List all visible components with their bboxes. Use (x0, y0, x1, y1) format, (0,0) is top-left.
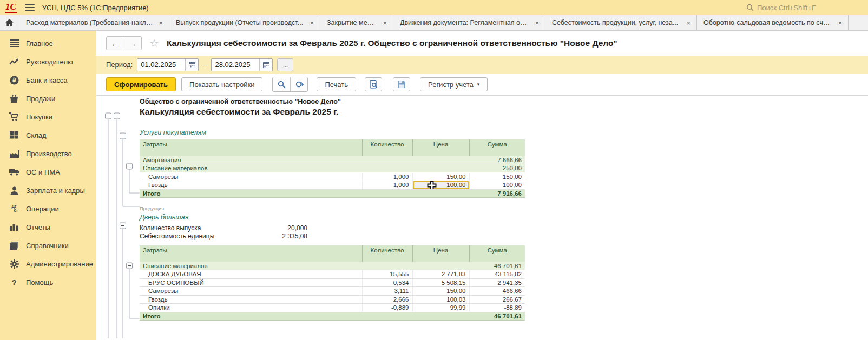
column-header[interactable]: Затраты (140, 139, 362, 156)
period-label: Период: (106, 61, 133, 69)
sidebar: Главное Руководителю ₽ Банк и касса Прод… (0, 31, 96, 340)
selected-cell[interactable]: 100,00 (412, 181, 469, 190)
register-dropdown[interactable]: Регистр учета ▾ (420, 77, 488, 91)
sidebar-item-spravochniki[interactable]: Справочники (0, 236, 96, 255)
dtkt-icon: ДтКт (9, 203, 19, 214)
column-header[interactable]: Количество (362, 139, 412, 156)
person-icon (9, 185, 19, 196)
tab-bar: Расход материалов (Требования-накла... ×… (0, 15, 868, 31)
period-from-field (137, 58, 199, 71)
global-search-input[interactable] (757, 4, 854, 12)
print-button[interactable]: Печать (317, 77, 356, 91)
tab-sebestoimost[interactable]: Себестоимость продукции, услуг, неза... … (545, 15, 697, 30)
sidebar-item-prodazhi[interactable]: Продажи (0, 89, 96, 108)
gear-icon (9, 258, 19, 269)
global-search[interactable] (746, 4, 863, 12)
main-menu-icon[interactable] (25, 4, 35, 11)
close-icon[interactable]: × (836, 19, 844, 27)
collapse-group-icon[interactable] (127, 163, 133, 169)
sidebar-item-pokupki[interactable]: Покупки (0, 108, 96, 126)
info-row: Количество выпуска 20,000 (140, 224, 307, 232)
table-total-row: Итого 46 701,61 (140, 312, 525, 321)
calendar-icon[interactable] (259, 59, 272, 71)
column-header[interactable]: Цена (412, 139, 469, 156)
sidebar-item-glavnoe[interactable]: Главное (0, 34, 96, 52)
tab-rashod-materialov[interactable]: Расход материалов (Требования-накла... × (19, 15, 169, 30)
section-name-product[interactable]: Дверь большая (140, 214, 573, 221)
books-icon (9, 240, 19, 251)
sidebar-item-administrirovanie[interactable]: Администрирование (0, 255, 96, 273)
sidebar-item-proizvodstvo[interactable]: Производство (0, 144, 96, 163)
collapse-group-icon[interactable] (120, 223, 126, 229)
info-row: Себестоимость единицы 2 335,08 (140, 232, 307, 241)
app-title: УСН, НДС 5% (1С:Предприятие) (42, 4, 149, 12)
chevron-down-icon: ▾ (477, 82, 480, 87)
period-from-input[interactable] (137, 59, 185, 71)
print-preview-button[interactable] (365, 77, 382, 91)
table-header-row: Затраты Количество Цена Сумма (140, 139, 525, 156)
forward-button[interactable]: → (124, 37, 141, 50)
find-button[interactable] (273, 77, 290, 91)
cell-cursor-icon (427, 181, 437, 190)
collapse-group-icon[interactable] (114, 113, 120, 119)
search-icon (278, 81, 286, 89)
factory-icon (9, 148, 19, 159)
trend-chart-icon (9, 56, 19, 67)
table-row: Гвоздь 2,666 100,03 266,67 (140, 295, 525, 304)
sidebar-item-otchety[interactable]: Отчеты (0, 218, 96, 236)
menu-lines-icon (9, 38, 19, 49)
column-header[interactable]: Сумма (469, 139, 525, 156)
sidebar-item-bank-i-kassa[interactable]: ₽ Банк и касса (0, 71, 96, 89)
report-area: Общество с ограниченной ответственностью… (96, 96, 868, 338)
collapse-group-icon[interactable] (127, 263, 133, 269)
column-header[interactable]: Цена (412, 245, 469, 262)
close-icon[interactable]: × (685, 19, 692, 27)
sidebar-item-operacii[interactable]: ДтКт Операции (0, 199, 96, 218)
period-more-button[interactable]: ... (277, 58, 293, 71)
ruble-circle-icon: ₽ (9, 75, 19, 85)
pallet-icon (9, 130, 19, 141)
column-header[interactable]: Затраты (140, 245, 362, 262)
sidebar-item-sklad[interactable]: Склад (0, 126, 96, 144)
page-title: Калькуляция себестоимости за Февраль 202… (167, 38, 617, 48)
table-row: Списание материалов 46 701,61 (140, 262, 525, 270)
table-row: БРУС ОСИНОВЫЙ 0,534 5 508,15 2 941,35 (140, 278, 525, 287)
back-button[interactable]: ← (107, 37, 124, 50)
column-header[interactable]: Сумма (469, 245, 525, 262)
favorite-star-icon[interactable]: ☆ (149, 37, 159, 50)
find-next-button[interactable] (290, 77, 307, 91)
sidebar-item-pomosch[interactable]: ? Помощь (0, 273, 96, 291)
table-header-row: Затраты Количество Цена Сумма (140, 245, 525, 262)
services-cost-table: Затраты Количество Цена Сумма Амортизаци… (140, 139, 525, 198)
calendar-icon[interactable] (185, 59, 198, 71)
close-icon[interactable]: × (381, 19, 389, 27)
collapse-group-icon[interactable] (120, 133, 126, 139)
generate-button[interactable]: Сформировать (106, 77, 176, 91)
collapse-group-icon[interactable] (106, 113, 111, 119)
section-kicker: Продукция (140, 206, 573, 211)
show-settings-button[interactable]: Показать настройки (181, 77, 262, 91)
grouping-outline (96, 96, 140, 338)
close-icon[interactable]: × (533, 19, 541, 27)
bar-chart-icon (9, 222, 19, 232)
report-window: ← → ☆ Калькуляция себестоимости за Февра… (96, 31, 868, 340)
section-name-services[interactable]: Услуги покупателям (140, 129, 573, 136)
tab-dvizheniya-dokumenta[interactable]: Движения документа: Регламентная оп... × (393, 15, 545, 30)
tab-osv[interactable]: Оборотно-сальдовая ведомость по сче... × (697, 15, 849, 30)
period-to-input[interactable] (212, 59, 259, 71)
home-tab[interactable] (0, 15, 19, 30)
sidebar-item-os-i-nma[interactable]: ОС и НМА (0, 163, 96, 181)
save-button[interactable] (393, 77, 410, 91)
product-cost-table: Затраты Количество Цена Сумма Списание м… (140, 245, 525, 321)
table-row: Саморезы 3,111 150,00 466,66 (140, 287, 525, 296)
column-header[interactable]: Количество (362, 245, 412, 262)
period-to-field (211, 58, 273, 71)
tab-zakrytie-mesyaca[interactable]: Закрытие месяца × (320, 15, 393, 30)
sidebar-item-rukovoditelyu[interactable]: Руководителю (0, 52, 96, 71)
table-row: Опилки -0,889 99,99 -88,89 (140, 304, 525, 312)
close-icon[interactable]: × (308, 19, 315, 27)
tab-vypusk-produkcii[interactable]: Выпуск продукции (Отчеты производст... × (169, 15, 320, 30)
truck-icon (9, 166, 19, 177)
sidebar-item-zarplata-i-kadry[interactable]: Зарплата и кадры (0, 181, 96, 199)
close-icon[interactable]: × (157, 19, 165, 27)
